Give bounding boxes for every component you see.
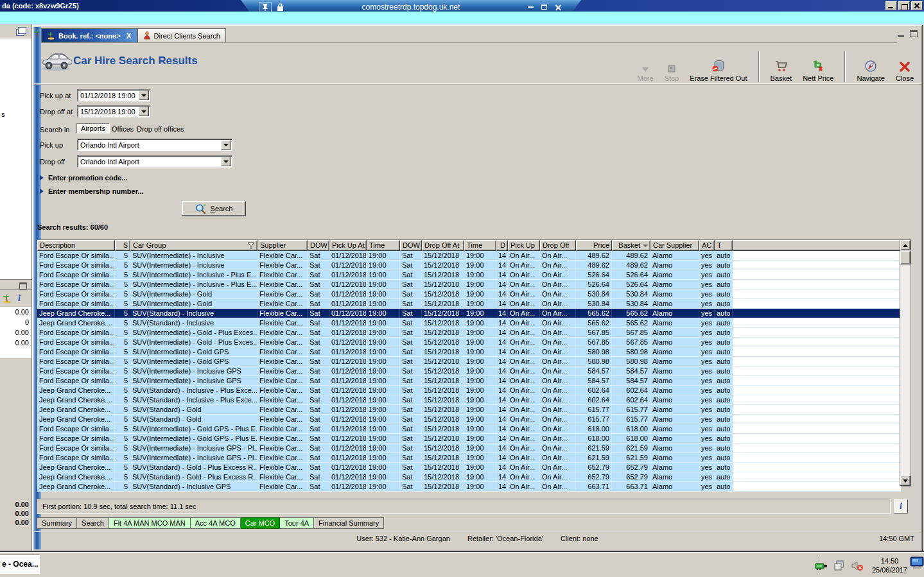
info-icon[interactable]: i	[18, 294, 21, 303]
table-row[interactable]: Ford Escape Or simila...5SUV(Intermediat…	[37, 376, 901, 386]
stop-button[interactable]: Stop	[663, 50, 681, 83]
tab-booking-ref[interactable]: Book. ref.: <none> X	[41, 28, 137, 42]
column-header[interactable]: Price	[576, 240, 612, 251]
table-row[interactable]: Ford Escape Or simila...5SUV(Intermediat…	[37, 338, 901, 347]
table-row[interactable]: Jeep Grand Cheroke...5SUV(Standard) - In…	[37, 309, 901, 318]
tab-direct-clients-search[interactable]: Direct Clients Search	[137, 28, 226, 42]
display-icon[interactable]	[910, 556, 924, 569]
table-row[interactable]: Jeep Grand Cheroke...5SUV(Standard) - In…	[37, 318, 901, 328]
column-header[interactable]: S	[115, 240, 130, 251]
table-row[interactable]: Ford Escape Or simila...5SUV(Intermediat…	[37, 444, 901, 453]
cell: 15/12/2018	[422, 318, 464, 327]
tab-close-icon[interactable]: X	[126, 31, 132, 40]
table-row[interactable]: Jeep Grand Cheroke...5SUV(Standard) - In…	[37, 386, 901, 395]
column-header[interactable]: Car Supplier	[650, 240, 699, 251]
mdi-minimize-icon[interactable]	[898, 35, 904, 37]
speaker-muted-icon[interactable]	[851, 560, 864, 571]
scroll-up-button[interactable]	[900, 240, 911, 250]
table-row[interactable]: Ford Escape Or simila...5SUV(Intermediat…	[37, 424, 901, 434]
rdp-close-icon[interactable]	[555, 4, 562, 11]
column-header[interactable]: DOW	[400, 240, 422, 251]
mdi-maximize-icon[interactable]	[910, 30, 918, 37]
taskbar-app-button[interactable]: e - Ocea...	[0, 555, 40, 574]
promotion-code-toggle[interactable]: Enter promotion code...	[40, 174, 127, 182]
column-header[interactable]: Pick Up At	[329, 240, 367, 251]
column-header[interactable]: Pick Up	[508, 240, 540, 251]
table-row[interactable]: Ford Escape Or simila...5SUV(Intermediat…	[37, 299, 901, 309]
search-in-dropoff-offices[interactable]: Drop off offices	[135, 125, 186, 133]
minimize-button[interactable]	[885, 1, 897, 10]
windows-stack-icon[interactable]	[833, 560, 845, 571]
bottom-tab-search[interactable]: Search	[77, 517, 109, 529]
table-row[interactable]: Ford Escape Or simila...5SUV(Intermediat…	[37, 289, 901, 299]
column-header[interactable]: Basket	[612, 240, 650, 251]
column-header[interactable]: Drop Off At	[422, 240, 464, 251]
search-in-offices[interactable]: Offices	[110, 125, 135, 133]
table-row[interactable]: Jeep Grand Cheroke...5SUV(Standard) - Go…	[37, 463, 901, 472]
bottom-tab-acc-4a-mco[interactable]: Acc 4A MCO	[191, 517, 241, 529]
bottom-tab-flt-4a-man-mco-man[interactable]: Flt 4A MAN MCO MAN	[109, 517, 191, 529]
column-header[interactable]: D	[496, 240, 508, 251]
side-maximize-icon[interactable]	[19, 282, 27, 289]
pickup-at-field[interactable]: 01/12/2018 19:00	[77, 89, 150, 101]
table-row[interactable]: Ford Escape Or simila...5SUV(Intermediat…	[37, 347, 901, 357]
table-row[interactable]: Ford Escape Or simila...5SUV(Intermediat…	[37, 366, 901, 376]
column-header[interactable]: T	[715, 240, 733, 251]
table-row[interactable]: Ford Escape Or simila...5SUV(Intermediat…	[37, 261, 901, 270]
taskbar-clock[interactable]: 14:50 25/06/2017	[869, 556, 910, 574]
close-button[interactable]: Close	[894, 50, 915, 83]
nett-price-button[interactable]: Nett Price	[801, 50, 835, 83]
column-header[interactable]: Supplier	[257, 240, 308, 251]
vertical-scrollbar[interactable]	[900, 240, 911, 486]
dropdown-button[interactable]	[139, 90, 149, 100]
dropoff-at-field[interactable]: 15/12/2018 19:00	[77, 105, 150, 117]
table-row[interactable]: Ford Escape Or simila...5SUV(Intermediat…	[37, 328, 901, 338]
restore-window-icon[interactable]	[18, 27, 26, 34]
column-header[interactable]: Time	[367, 240, 400, 251]
column-header[interactable]: DOW	[308, 240, 329, 251]
dropdown-button[interactable]	[139, 107, 149, 116]
rdp-restore-icon[interactable]	[541, 4, 547, 10]
basket-button[interactable]: Basket	[769, 50, 794, 83]
dropdown-button[interactable]	[221, 140, 231, 150]
table-row[interactable]: Ford Escape Or simila...5SUV(Intermediat…	[37, 251, 901, 261]
rdp-minimize-icon[interactable]	[528, 6, 534, 8]
close-button[interactable]	[911, 1, 923, 10]
network-icon[interactable]	[815, 560, 828, 571]
dropdown-button[interactable]	[221, 157, 231, 166]
bottom-tab-car-mco[interactable]: Car MCO	[241, 517, 280, 529]
table-row[interactable]: Jeep Grand Cheroke...5SUV(Standard) - In…	[37, 482, 901, 492]
pickup-combo[interactable]: Orlando Intl Airport	[77, 139, 232, 151]
table-row[interactable]: Jeep Grand Cheroke...5SUV(Standard) - Go…	[37, 472, 901, 482]
navigate-button[interactable]: Navigate	[855, 50, 885, 83]
table-row[interactable]: Ford Escape Or simila...5SUV(Intermediat…	[37, 280, 901, 289]
scroll-down-button[interactable]	[900, 476, 911, 486]
more-button[interactable]: More	[636, 50, 655, 83]
scrollbar-thumb[interactable]	[900, 251, 911, 264]
table-row[interactable]: Jeep Grand Cheroke...5SUV(Standard) - Go…	[37, 415, 901, 424]
column-header[interactable]: Drop Off	[540, 240, 576, 251]
membership-number-toggle[interactable]: Enter membership number...	[40, 187, 144, 195]
restore-button[interactable]	[898, 1, 910, 10]
palm-tree-icon[interactable]	[2, 293, 12, 304]
column-header[interactable]: Time	[464, 240, 496, 251]
table-row[interactable]: Ford Escape Or simila...5SUV(Intermediat…	[37, 357, 901, 366]
table-row[interactable]: Ford Escape Or simila...5SUV(Intermediat…	[37, 453, 901, 463]
table-row[interactable]: Jeep Grand Cheroke...5SUV(Standard) - In…	[37, 395, 901, 405]
cell: auto	[715, 463, 733, 472]
column-header[interactable]: Description	[37, 240, 115, 251]
bottom-tab-summary[interactable]: Summary	[37, 517, 77, 529]
column-header[interactable]: Car Group	[130, 240, 257, 251]
table-row[interactable]: Ford Escape Or simila...5SUV(Intermediat…	[37, 270, 901, 280]
bottom-tab-tour-4a[interactable]: Tour 4A	[280, 517, 314, 529]
search-in-airports[interactable]: Airports	[76, 123, 110, 133]
filter-icon[interactable]	[247, 242, 255, 249]
table-row[interactable]: Ford Escape Or simila...5SUV(Intermediat…	[37, 434, 901, 444]
erase-filtered-out-button[interactable]: Erase Filtered Out	[688, 50, 748, 83]
column-header[interactable]: AC	[699, 240, 715, 251]
info-button[interactable]: i	[894, 499, 908, 513]
search-button[interactable]: Search	[182, 201, 246, 216]
dropoff-combo[interactable]: Orlando Intl Airport	[77, 155, 232, 168]
bottom-tab-financial-summary[interactable]: Financial Summary	[314, 517, 384, 529]
table-row[interactable]: Jeep Grand Cheroke...5SUV(Standard) - Go…	[37, 405, 901, 415]
